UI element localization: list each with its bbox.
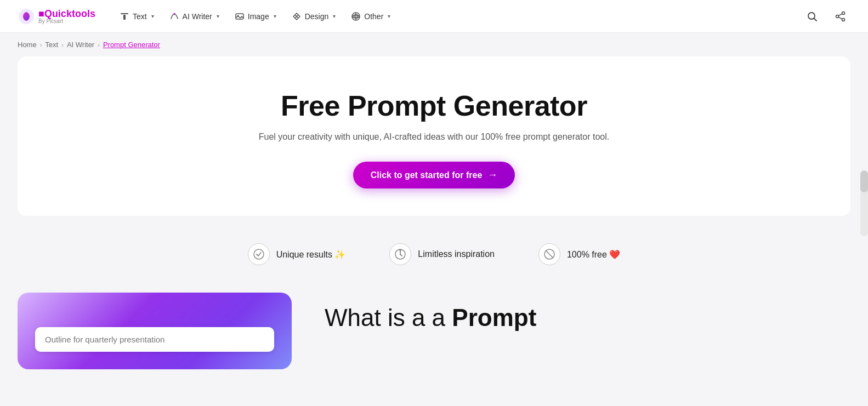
feature-unique-results-icon <box>248 243 270 265</box>
hero-section: Free Prompt Generator Fuel your creativi… <box>18 56 850 216</box>
svg-point-11 <box>842 12 845 14</box>
what-is-bold-text: Prompt <box>452 304 536 331</box>
scrollbar-track[interactable] <box>860 170 868 236</box>
svg-line-23 <box>546 251 553 258</box>
timer-icon <box>395 249 406 260</box>
logo[interactable]: ■Quicktools By Picsart <box>18 8 95 25</box>
feature-unique-results: Unique results ✨ <box>248 243 346 265</box>
feature-unique-results-label: Unique results ✨ <box>276 249 346 260</box>
feature-free-icon <box>538 243 560 265</box>
other-icon <box>351 12 361 21</box>
breadcrumb-text[interactable]: Text <box>45 41 58 49</box>
what-is-normal-text: What is a <box>325 304 425 331</box>
svg-point-16 <box>254 249 264 259</box>
design-nav-chevron: ▾ <box>333 13 336 19</box>
svg-line-10 <box>814 18 817 21</box>
no-cost-icon <box>544 249 555 260</box>
what-is-title: What is a a Prompt <box>325 304 850 333</box>
what-is-section: What is a a Prompt <box>325 293 850 333</box>
svg-rect-1 <box>121 13 128 14</box>
nav-item-design[interactable]: Design ▾ <box>285 7 343 26</box>
scrollbar-thumb[interactable] <box>860 170 868 192</box>
svg-line-15 <box>838 17 842 19</box>
other-nav-chevron: ▾ <box>388 13 390 19</box>
nav-item-image[interactable]: Image ▾ <box>228 7 283 26</box>
nav-item-other[interactable]: Other ▾ <box>344 7 397 26</box>
logo-bypicsart-text: By Picsart <box>38 19 95 24</box>
search-icon <box>807 11 818 22</box>
cta-arrow-icon: → <box>487 169 497 181</box>
image-nav-chevron: ▾ <box>274 13 276 19</box>
cta-label: Click to get started for free <box>371 170 483 180</box>
nav-item-ai-writer[interactable]: AI Writer ▾ <box>163 7 226 26</box>
breadcrumb-prompt-generator[interactable]: Prompt Generator <box>103 41 160 49</box>
ai-writer-nav-chevron: ▾ <box>217 13 219 19</box>
breadcrumb-sep-1: › <box>40 42 42 48</box>
svg-line-19 <box>400 254 402 256</box>
features-strip: Unique results ✨ Limitless inspiration 1… <box>0 216 868 293</box>
feature-free-label: 100% free ❤️ <box>567 249 620 260</box>
share-icon <box>835 11 846 22</box>
logo-text: ■Quicktools By Picsart <box>38 9 95 24</box>
feature-limitless-icon <box>389 243 411 265</box>
breadcrumb-sep-3: › <box>98 42 100 48</box>
nav-item-text[interactable]: Text ▾ <box>113 7 161 26</box>
text-nav-chevron: ▾ <box>151 13 154 19</box>
check-circle-icon <box>253 249 264 260</box>
hero-subtitle: Fuel your creativity with unique, AI-cra… <box>39 132 829 142</box>
breadcrumb-ai-writer[interactable]: AI Writer <box>67 41 94 49</box>
text-icon <box>120 12 129 21</box>
logo-icon <box>18 8 35 25</box>
logo-quicktools-text: ■Quicktools <box>38 9 95 19</box>
share-button[interactable] <box>831 7 850 26</box>
svg-point-13 <box>836 15 839 18</box>
input-card-area <box>18 293 292 369</box>
hero-title: Free Prompt Generator <box>39 89 829 122</box>
svg-line-14 <box>838 14 842 16</box>
svg-rect-2 <box>123 15 126 20</box>
feature-free: 100% free ❤️ <box>538 243 620 265</box>
svg-point-3 <box>173 13 175 14</box>
search-button[interactable] <box>802 7 822 26</box>
prompt-input[interactable] <box>35 327 274 352</box>
breadcrumb: Home › Text › AI Writer › Prompt Generat… <box>0 33 868 56</box>
image-icon <box>235 12 245 21</box>
ai-writer-icon <box>169 12 179 21</box>
breadcrumb-home[interactable]: Home <box>18 41 37 49</box>
cta-button[interactable]: Click to get started for free → <box>353 162 515 188</box>
header: ■Quicktools By Picsart Text ▾ AI Writer … <box>0 0 868 33</box>
feature-limitless-inspiration: Limitless inspiration <box>389 243 495 265</box>
main-nav: Text ▾ AI Writer ▾ Image ▾ Design ▾ <box>113 7 798 26</box>
svg-point-12 <box>842 18 845 21</box>
header-actions <box>802 7 850 26</box>
breadcrumb-sep-2: › <box>61 42 64 48</box>
bottom-section: What is a a Prompt <box>0 293 868 369</box>
design-icon <box>292 12 302 21</box>
feature-limitless-label: Limitless inspiration <box>418 249 495 259</box>
